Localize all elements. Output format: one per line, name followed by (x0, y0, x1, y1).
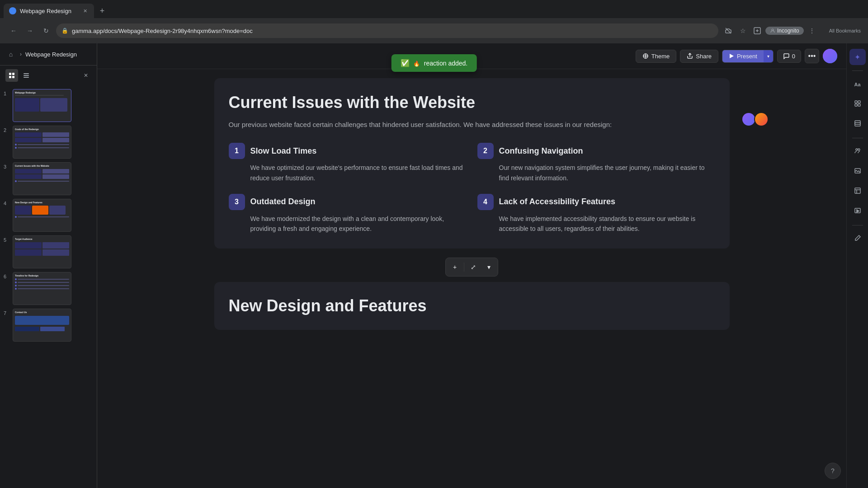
breadcrumb-sep: › (20, 51, 22, 57)
active-tab[interactable]: Webpage Redesign ✕ (4, 4, 94, 18)
table-panel-button[interactable] (849, 183, 866, 200)
issues-card: Current Issues with the Website Our prev… (214, 78, 730, 249)
people-icon (854, 147, 861, 156)
help-button[interactable]: ? (825, 463, 841, 479)
layers-panel-button[interactable] (849, 116, 866, 132)
slide-thumb-1[interactable]: Webpage Redesign (13, 89, 71, 122)
svg-text:🔥: 🔥 (413, 60, 420, 67)
more-menu-button[interactable]: ⋮ (806, 24, 818, 37)
grid-panel-button[interactable] (849, 96, 866, 113)
media-icon (854, 207, 861, 216)
issue-desc-1: We have optimized our website's performa… (229, 163, 467, 183)
comment-count: 0 (792, 53, 795, 60)
add-toolbar-separator (464, 263, 464, 272)
profile-icon[interactable] (751, 24, 764, 37)
slide-thumb-4[interactable]: New Design and Features (13, 199, 71, 232)
issue-header-3: 3 Outdated Design (229, 194, 467, 210)
slide-item-3[interactable]: 3 Current Issues with the Website (4, 162, 93, 195)
home-icon[interactable]: ⌂ (5, 49, 16, 60)
main-content: Theme Share Present ▾ 0 ••• (97, 43, 846, 488)
svg-point-18 (856, 149, 858, 150)
media-panel-button[interactable] (849, 203, 866, 220)
edit-panel-button[interactable] (849, 231, 866, 247)
comment-button[interactable]: 0 (777, 50, 801, 63)
svg-rect-5 (12, 76, 14, 78)
add-toolbar: + ⤢ ▾ (445, 258, 498, 277)
sidebar-toolbar: ✕ (0, 66, 97, 85)
slide-num-2: 2 (4, 127, 9, 133)
image-icon (854, 167, 861, 176)
slide-thumb-3[interactable]: Current Issues with the Website (13, 162, 71, 195)
grid-icon (854, 100, 861, 109)
slide-list: 1 Webpage Redesign 2 (0, 85, 97, 488)
style-panel-button[interactable]: Aa (849, 76, 866, 93)
next-section-heading: New Design and Features (229, 296, 715, 315)
right-panel: ✦ Aa (846, 43, 868, 488)
present-label: Present (737, 53, 757, 60)
slide-item-2[interactable]: 2 Goals of the Redesign (4, 126, 93, 159)
toast-check-icon: ✅ (401, 59, 410, 67)
slide-item-1[interactable]: 1 Webpage Redesign (4, 89, 93, 122)
edit-icon (854, 235, 861, 244)
tab-bar: Webpage Redesign ✕ + (0, 0, 868, 18)
new-tab-button[interactable]: + (96, 5, 108, 17)
move-block-button[interactable]: ⤢ (466, 260, 481, 274)
list-view-btn[interactable] (20, 69, 33, 82)
tab-favicon (9, 7, 16, 14)
style-icon: Aa (854, 82, 860, 87)
browser-chrome: Webpage Redesign ✕ + ← → ↻ 🔒 gamma.app/d… (0, 0, 868, 43)
issue-num-4: 4 (477, 194, 494, 210)
user-avatar[interactable] (823, 49, 837, 63)
share-button[interactable]: Share (680, 50, 718, 63)
image-panel-button[interactable] (849, 164, 866, 180)
page-description: Our previous website faced certain chall… (229, 119, 715, 130)
sidebar-close-button[interactable]: ✕ (80, 70, 91, 81)
present-dropdown-button[interactable]: ▾ (764, 50, 773, 62)
theme-button[interactable]: Theme (636, 50, 676, 63)
url-text: gamma.app/docs/Webpage-Redesign-2r98y4nh… (72, 28, 253, 34)
issue-title-4: Lack of Accessibility Features (499, 197, 615, 206)
ai-panel-button[interactable]: ✦ (849, 49, 866, 65)
camera-off-icon[interactable] (722, 24, 735, 37)
incognito-label: Incognito (777, 28, 799, 34)
slide-num-1: 1 (4, 91, 9, 96)
issue-item-3: 3 Outdated Design We have modernized the… (229, 194, 467, 234)
issue-desc-4: We have implemented accessibility standa… (477, 214, 715, 234)
expand-block-button[interactable]: ▾ (481, 260, 496, 274)
slide-item-6[interactable]: 6 Timeline for Redesign (4, 272, 93, 305)
page-heading: Current Issues with the Website (229, 93, 715, 112)
present-button[interactable]: Present (722, 50, 764, 62)
issue-item-2: 2 Confusing Navigation Our new navigatio… (477, 143, 715, 183)
svg-point-19 (858, 149, 860, 150)
svg-rect-7 (24, 75, 29, 76)
slide-num-4: 4 (4, 201, 9, 206)
people-panel-button[interactable] (849, 144, 866, 160)
slide-thumb-2[interactable]: Goals of the Redesign (13, 126, 71, 159)
slide-thumb-6[interactable]: Timeline for Redesign (13, 272, 71, 305)
forward-button[interactable]: → (24, 24, 36, 37)
slide-item-5[interactable]: 5 Target Audience (4, 235, 93, 268)
issue-header-2: 2 Confusing Navigation (477, 143, 715, 159)
slide-item-4[interactable]: 4 New Design and Features (4, 199, 93, 232)
view-toggle (5, 69, 33, 82)
panel-sep-1 (852, 70, 863, 71)
add-block-button[interactable]: + (448, 260, 462, 274)
more-options-button[interactable]: ••• (805, 49, 819, 63)
tab-close-button[interactable]: ✕ (81, 7, 89, 14)
svg-rect-12 (855, 101, 857, 103)
slide-thumb-5[interactable]: Target Audience (13, 235, 71, 268)
bookmark-icon[interactable]: ☆ (736, 24, 749, 37)
back-button[interactable]: ← (7, 24, 20, 37)
slide-num-5: 5 (4, 237, 9, 243)
svg-marker-10 (730, 54, 734, 58)
address-bar[interactable]: 🔒 gamma.app/docs/Webpage-Redesign-2r98y4… (56, 23, 718, 38)
slide-item-7[interactable]: 7 Contact Us (4, 309, 93, 342)
panel-sep-3 (852, 225, 863, 225)
tab-title: Webpage Redesign (20, 8, 78, 14)
issue-title-2: Confusing Navigation (499, 146, 583, 156)
reload-button[interactable]: ↻ (40, 24, 52, 37)
sidebar: ⌂ › Webpage Redesign ✕ 1 Webpage Re (0, 43, 97, 488)
app-layout: ⌂ › Webpage Redesign ✕ 1 Webpage Re (0, 43, 868, 488)
grid-view-btn[interactable] (5, 69, 18, 82)
slide-thumb-7[interactable]: Contact Us (13, 309, 71, 342)
